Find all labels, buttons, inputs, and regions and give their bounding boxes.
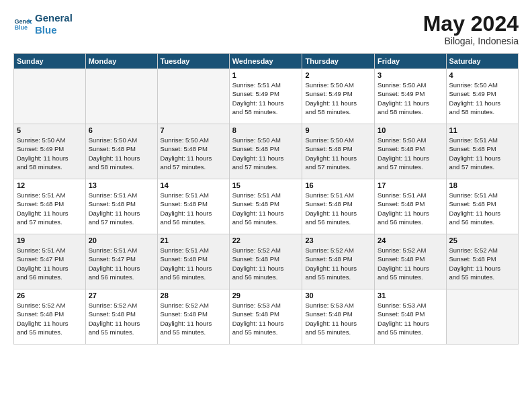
calendar-cell: 17Sunrise: 5:51 AMSunset: 5:48 PMDayligh… (375, 179, 446, 234)
day-number: 12 (17, 181, 83, 189)
day-number: 5 (17, 126, 83, 134)
weekday-header-tuesday: Tuesday (157, 54, 229, 69)
week-row-4: 19Sunrise: 5:51 AMSunset: 5:47 PMDayligh… (14, 234, 519, 289)
day-info: Sunrise: 5:51 AMSunset: 5:49 PMDaylight:… (232, 81, 300, 116)
calendar-cell: 28Sunrise: 5:52 AMSunset: 5:48 PMDayligh… (157, 289, 229, 345)
day-number: 22 (232, 236, 300, 244)
calendar-cell: 3Sunrise: 5:50 AMSunset: 5:49 PMDaylight… (375, 69, 446, 124)
day-info: Sunrise: 5:50 AMSunset: 5:48 PMDaylight:… (305, 136, 371, 171)
day-info: Sunrise: 5:51 AMSunset: 5:48 PMDaylight:… (17, 191, 83, 226)
day-info: Sunrise: 5:51 AMSunset: 5:48 PMDaylight:… (305, 191, 371, 226)
calendar-cell: 19Sunrise: 5:51 AMSunset: 5:47 PMDayligh… (14, 234, 86, 289)
day-number: 4 (449, 71, 515, 79)
day-info: Sunrise: 5:51 AMSunset: 5:48 PMDaylight:… (449, 136, 515, 171)
calendar-cell: 13Sunrise: 5:51 AMSunset: 5:48 PMDayligh… (85, 179, 157, 234)
day-number: 11 (449, 126, 515, 134)
calendar-cell: 31Sunrise: 5:53 AMSunset: 5:48 PMDayligh… (375, 289, 446, 345)
day-number: 8 (232, 126, 300, 134)
day-number: 6 (89, 126, 154, 134)
day-number: 2 (305, 71, 371, 79)
day-number: 7 (161, 126, 226, 134)
title-block: May 2024 Bilogai, Indonesia (423, 12, 519, 46)
day-info: Sunrise: 5:52 AMSunset: 5:48 PMDaylight:… (161, 301, 226, 336)
calendar-cell: 20Sunrise: 5:51 AMSunset: 5:47 PMDayligh… (85, 234, 157, 289)
day-number: 15 (232, 181, 300, 189)
day-number: 13 (89, 181, 154, 189)
day-number: 18 (449, 181, 515, 189)
calendar-cell: 9Sunrise: 5:50 AMSunset: 5:48 PMDaylight… (302, 124, 375, 179)
week-row-2: 5Sunrise: 5:50 AMSunset: 5:49 PMDaylight… (14, 124, 519, 179)
weekday-header-monday: Monday (85, 54, 157, 69)
calendar: SundayMondayTuesdayWednesdayThursdayFrid… (13, 53, 519, 345)
day-number: 17 (378, 181, 443, 189)
day-number: 23 (305, 236, 371, 244)
day-info: Sunrise: 5:52 AMSunset: 5:48 PMDaylight:… (378, 246, 443, 281)
header: General Blue General Blue May 2024 Bilog… (13, 12, 519, 46)
logo-icon: General Blue (13, 15, 32, 34)
logo-text: General Blue (35, 12, 73, 36)
calendar-cell: 6Sunrise: 5:50 AMSunset: 5:48 PMDaylight… (85, 124, 157, 179)
day-number: 21 (161, 236, 226, 244)
day-number: 26 (17, 291, 83, 300)
day-info: Sunrise: 5:50 AMSunset: 5:49 PMDaylight:… (449, 81, 515, 116)
day-info: Sunrise: 5:50 AMSunset: 5:49 PMDaylight:… (378, 81, 443, 116)
calendar-cell: 23Sunrise: 5:52 AMSunset: 5:48 PMDayligh… (302, 234, 375, 289)
weekday-header-sunday: Sunday (14, 54, 86, 69)
day-number: 27 (89, 291, 154, 300)
week-row-5: 26Sunrise: 5:52 AMSunset: 5:48 PMDayligh… (14, 289, 519, 345)
weekday-header-saturday: Saturday (446, 54, 518, 69)
day-number: 30 (305, 291, 371, 300)
day-info: Sunrise: 5:51 AMSunset: 5:48 PMDaylight:… (161, 191, 226, 226)
day-number: 1 (232, 71, 300, 79)
day-info: Sunrise: 5:50 AMSunset: 5:49 PMDaylight:… (17, 136, 83, 171)
weekday-header-friday: Friday (375, 54, 446, 69)
day-number: 28 (161, 291, 226, 300)
day-number: 31 (378, 291, 443, 300)
day-number: 9 (305, 126, 371, 134)
calendar-cell: 1Sunrise: 5:51 AMSunset: 5:49 PMDaylight… (229, 69, 302, 124)
calendar-cell: 4Sunrise: 5:50 AMSunset: 5:49 PMDaylight… (446, 69, 518, 124)
calendar-cell: 26Sunrise: 5:52 AMSunset: 5:48 PMDayligh… (14, 289, 86, 345)
day-number: 16 (305, 181, 371, 189)
day-info: Sunrise: 5:50 AMSunset: 5:48 PMDaylight:… (378, 136, 443, 171)
calendar-cell: 5Sunrise: 5:50 AMSunset: 5:49 PMDaylight… (14, 124, 86, 179)
day-number: 3 (378, 71, 443, 79)
week-row-3: 12Sunrise: 5:51 AMSunset: 5:48 PMDayligh… (14, 179, 519, 234)
day-number: 25 (449, 236, 515, 244)
calendar-cell: 18Sunrise: 5:51 AMSunset: 5:48 PMDayligh… (446, 179, 518, 234)
calendar-cell: 27Sunrise: 5:52 AMSunset: 5:48 PMDayligh… (85, 289, 157, 345)
day-number: 24 (378, 236, 443, 244)
day-info: Sunrise: 5:50 AMSunset: 5:48 PMDaylight:… (89, 136, 154, 171)
day-info: Sunrise: 5:51 AMSunset: 5:48 PMDaylight:… (378, 191, 443, 226)
weekday-header-row: SundayMondayTuesdayWednesdayThursdayFrid… (14, 54, 519, 69)
calendar-cell: 14Sunrise: 5:51 AMSunset: 5:48 PMDayligh… (157, 179, 229, 234)
day-info: Sunrise: 5:52 AMSunset: 5:48 PMDaylight:… (17, 301, 83, 336)
day-info: Sunrise: 5:52 AMSunset: 5:48 PMDaylight:… (449, 246, 515, 281)
day-info: Sunrise: 5:52 AMSunset: 5:48 PMDaylight:… (89, 301, 154, 336)
day-number: 10 (378, 126, 443, 134)
day-info: Sunrise: 5:51 AMSunset: 5:48 PMDaylight:… (89, 191, 154, 226)
page: General Blue General Blue May 2024 Bilog… (0, 0, 532, 411)
weekday-header-thursday: Thursday (302, 54, 375, 69)
subtitle: Bilogai, Indonesia (423, 36, 519, 46)
day-number: 14 (161, 181, 226, 189)
svg-text:Blue: Blue (14, 24, 28, 31)
day-info: Sunrise: 5:50 AMSunset: 5:48 PMDaylight:… (161, 136, 226, 171)
day-info: Sunrise: 5:50 AMSunset: 5:49 PMDaylight:… (305, 81, 371, 116)
day-info: Sunrise: 5:51 AMSunset: 5:48 PMDaylight:… (449, 191, 515, 226)
calendar-cell: 24Sunrise: 5:52 AMSunset: 5:48 PMDayligh… (375, 234, 446, 289)
calendar-cell: 21Sunrise: 5:51 AMSunset: 5:48 PMDayligh… (157, 234, 229, 289)
day-info: Sunrise: 5:51 AMSunset: 5:48 PMDaylight:… (161, 246, 226, 281)
calendar-cell: 25Sunrise: 5:52 AMSunset: 5:48 PMDayligh… (446, 234, 518, 289)
day-info: Sunrise: 5:52 AMSunset: 5:48 PMDaylight:… (232, 246, 300, 281)
day-info: Sunrise: 5:53 AMSunset: 5:48 PMDaylight:… (232, 301, 300, 336)
day-info: Sunrise: 5:53 AMSunset: 5:48 PMDaylight:… (305, 301, 371, 336)
calendar-cell: 16Sunrise: 5:51 AMSunset: 5:48 PMDayligh… (302, 179, 375, 234)
calendar-cell: 11Sunrise: 5:51 AMSunset: 5:48 PMDayligh… (446, 124, 518, 179)
calendar-cell (157, 69, 229, 124)
calendar-cell (14, 69, 86, 124)
day-number: 29 (232, 291, 300, 300)
calendar-cell (446, 289, 518, 345)
day-info: Sunrise: 5:51 AMSunset: 5:48 PMDaylight:… (232, 191, 300, 226)
day-info: Sunrise: 5:53 AMSunset: 5:48 PMDaylight:… (378, 301, 443, 336)
